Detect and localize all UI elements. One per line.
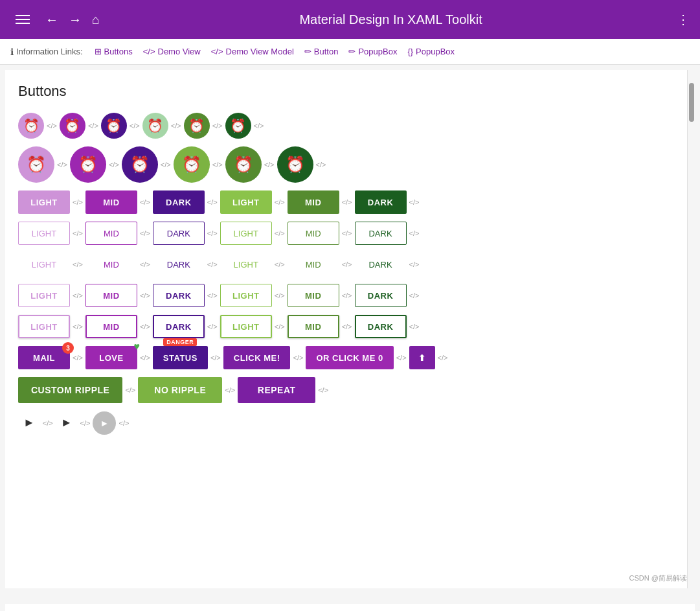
raised-green-dark[interactable]: DARK xyxy=(355,190,407,214)
fab-green-dark-sm[interactable]: ⏰ xyxy=(225,113,251,139)
outlined-purple-light[interactable]: LIGHT xyxy=(18,222,70,245)
code-icon[interactable]: </> xyxy=(225,386,235,394)
link-demo-view-model[interactable]: </> Demo View Model xyxy=(207,44,298,59)
code-icon[interactable]: </> xyxy=(342,323,352,330)
code-icon[interactable]: </> xyxy=(171,122,181,130)
code-icon[interactable]: </> xyxy=(254,122,264,130)
raised-purple-light[interactable]: LIGHT xyxy=(18,190,70,214)
code-icon[interactable]: </> xyxy=(396,354,407,362)
code-icon[interactable]: </> xyxy=(409,198,420,206)
hamburger-menu[interactable] xyxy=(10,10,35,29)
flat-outlined-green-mid[interactable]: MID xyxy=(288,284,339,307)
link-buttons[interactable]: ⊞ Buttons xyxy=(91,44,137,59)
code-icon[interactable]: </> xyxy=(212,161,223,168)
code-icon[interactable]: </> xyxy=(207,292,218,299)
code-icon[interactable]: </> xyxy=(275,323,285,330)
code-icon[interactable]: </> xyxy=(342,198,352,206)
fab-purple-light-sm[interactable]: ⏰ xyxy=(18,113,44,139)
status-button[interactable]: STATUS xyxy=(153,346,208,369)
fab-purple-mid-sm[interactable]: ⏰ xyxy=(60,113,85,139)
more-options-button[interactable]: ⋮ xyxy=(677,12,690,27)
repeat-button[interactable]: REPEAT xyxy=(238,377,315,403)
code-icon[interactable]: </> xyxy=(140,260,150,268)
code-icon[interactable]: </> xyxy=(130,122,140,130)
flat-outlined-green-dark[interactable]: DARK xyxy=(355,284,407,307)
scrollbar[interactable] xyxy=(687,70,695,588)
raised-outlined-green-dark[interactable]: DARK xyxy=(355,315,407,338)
code-icon[interactable]: </> xyxy=(161,161,171,168)
play-flat-1[interactable]: ► xyxy=(18,411,40,435)
code-icon[interactable]: </> xyxy=(73,323,83,330)
raised-outlined-green-mid[interactable]: MID xyxy=(288,315,339,338)
code-icon[interactable]: </> xyxy=(43,419,53,427)
code-icon[interactable]: </> xyxy=(207,229,218,237)
code-icon[interactable]: </> xyxy=(275,198,285,206)
raised-green-mid[interactable]: MID xyxy=(288,190,339,214)
scroll-thumb[interactable] xyxy=(689,83,694,122)
code-icon[interactable]: </> xyxy=(73,198,83,206)
flat-green-light[interactable]: LIGHT xyxy=(220,253,272,276)
fab-green-mid-md[interactable]: ⏰ xyxy=(225,146,262,183)
raised-outlined-purple-dark[interactable]: DARK xyxy=(153,315,205,338)
outlined-green-mid[interactable]: MID xyxy=(288,222,339,245)
fab-green-dark-md[interactable]: ⏰ xyxy=(277,146,313,183)
code-icon[interactable]: </> xyxy=(438,354,448,362)
fab-purple-light-md[interactable]: ⏰ xyxy=(18,146,54,183)
home-button[interactable]: ⌂ xyxy=(87,7,105,32)
fab-purple-dark-md[interactable]: ⏰ xyxy=(122,146,158,183)
fab-green-mid-sm[interactable]: ⏰ xyxy=(184,113,210,139)
code-icon[interactable]: </> xyxy=(409,229,420,237)
flat-outlined-purple-dark[interactable]: DARK xyxy=(153,284,205,307)
code-icon[interactable]: </> xyxy=(318,386,328,394)
code-icon[interactable]: </> xyxy=(47,122,57,130)
code-icon[interactable]: </> xyxy=(342,260,352,268)
code-icon[interactable]: </> xyxy=(409,323,420,330)
code-icon[interactable]: </> xyxy=(316,161,326,168)
code-icon[interactable]: </> xyxy=(57,161,67,168)
code-icon[interactable]: </> xyxy=(73,260,83,268)
code-icon[interactable]: </> xyxy=(88,122,98,130)
raised-green-light[interactable]: LIGHT xyxy=(220,190,272,214)
code-icon[interactable]: </> xyxy=(207,260,218,268)
flat-purple-dark[interactable]: DARK xyxy=(153,253,205,276)
link-popupbox-1[interactable]: ✏ PopupBox xyxy=(344,44,401,59)
fab-green-light-sm[interactable]: ⏰ xyxy=(142,113,168,139)
code-icon[interactable]: </> xyxy=(119,419,129,427)
code-icon[interactable]: </> xyxy=(293,354,303,362)
code-icon[interactable]: </> xyxy=(140,323,150,330)
flat-purple-mid[interactable]: MID xyxy=(85,253,137,276)
code-icon[interactable]: </> xyxy=(409,292,420,299)
outlined-green-dark[interactable]: DARK xyxy=(355,222,407,245)
code-icon[interactable]: </> xyxy=(140,198,150,206)
raised-outlined-purple-light[interactable]: LIGHT xyxy=(18,315,70,338)
code-icon[interactable]: </> xyxy=(73,292,83,299)
flat-purple-light[interactable]: LIGHT xyxy=(18,253,70,276)
code-icon[interactable]: </> xyxy=(140,292,150,299)
link-button[interactable]: ✏ Button xyxy=(300,44,343,59)
play-circle-button[interactable]: ► xyxy=(93,411,116,435)
outlined-green-light[interactable]: LIGHT xyxy=(220,222,272,245)
flat-outlined-purple-mid[interactable]: MID xyxy=(85,284,137,307)
code-icon[interactable]: </> xyxy=(409,260,420,268)
no-ripple-button[interactable]: NO RIPPLE xyxy=(138,377,222,403)
raised-outlined-green-light[interactable]: LIGHT xyxy=(220,315,272,338)
outlined-purple-dark[interactable]: DARK xyxy=(153,222,205,245)
flat-green-mid[interactable]: MID xyxy=(288,253,339,276)
code-icon[interactable]: </> xyxy=(342,229,352,237)
code-icon[interactable]: </> xyxy=(207,323,218,330)
flat-outlined-green-light[interactable]: LIGHT xyxy=(220,284,272,307)
link-popupbox-2[interactable]: {} PopupBox xyxy=(403,44,458,59)
back-button[interactable]: ← xyxy=(40,7,63,32)
code-icon[interactable]: </> xyxy=(264,161,275,168)
link-demo-view[interactable]: </> Demo View xyxy=(139,44,205,59)
code-icon[interactable]: </> xyxy=(275,292,285,299)
clickme-button[interactable]: CLICK ME! xyxy=(223,346,291,369)
code-icon[interactable]: </> xyxy=(207,198,218,206)
code-icon[interactable]: </> xyxy=(140,354,150,362)
orclickme-button[interactable]: OR CLICK ME 0 xyxy=(306,346,393,369)
flat-outlined-purple-light[interactable]: LIGHT xyxy=(18,284,70,307)
code-icon[interactable]: </> xyxy=(109,161,119,168)
icon-only-button[interactable]: ⬆ xyxy=(409,346,435,369)
code-icon[interactable]: </> xyxy=(275,229,285,237)
code-icon[interactable]: </> xyxy=(275,260,285,268)
